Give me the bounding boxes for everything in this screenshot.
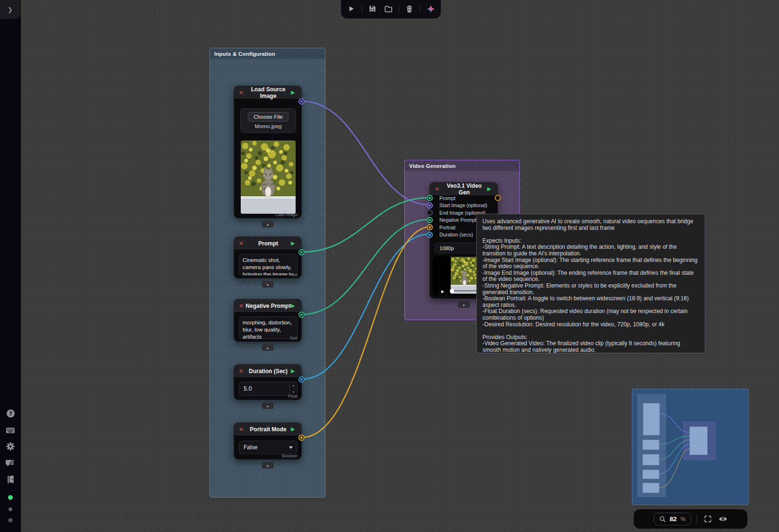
run-node-icon[interactable] <box>291 303 297 309</box>
negative-prompt-text-input[interactable]: morphing, distortion, blur, low quality,… <box>239 316 298 339</box>
keyboard-shortcuts-button[interactable] <box>6 426 15 435</box>
node-portrait-title: Portrait Mode <box>245 426 291 433</box>
minimap-content <box>632 389 748 505</box>
settings-button[interactable] <box>6 442 15 451</box>
output-port-float[interactable] <box>298 376 305 383</box>
tooltip-line: -Float Duration (secs): Requested video … <box>482 308 699 321</box>
node-output-type-label: Text <box>289 272 298 277</box>
input-port-start-image[interactable] <box>427 202 433 209</box>
node-duration[interactable]: Duration (Sec) ▲ ▼ Float <box>234 364 302 400</box>
open-folder-button[interactable] <box>383 4 394 14</box>
keyboard-icon <box>6 426 15 435</box>
close-icon[interactable] <box>239 240 245 247</box>
node-prompt[interactable]: Prompt Cinematic shot, camera pans slowl… <box>234 236 302 279</box>
close-icon[interactable] <box>239 368 245 375</box>
node-load-header: Load Source Image <box>234 86 301 99</box>
delete-button[interactable] <box>404 4 415 14</box>
stepper-up-icon[interactable]: ▲ <box>290 382 297 389</box>
fullscreen-icon <box>704 515 712 523</box>
exit-button[interactable] <box>6 474 15 484</box>
toolbar-divider <box>362 5 362 13</box>
video-play-icon[interactable] <box>441 289 444 294</box>
group-video-title: Video Generation <box>409 163 455 169</box>
run-workflow-button[interactable] <box>346 4 357 14</box>
tooltip-line: -String Negative Prompt: Elements or sty… <box>482 283 699 296</box>
collapse-node-button[interactable] <box>458 301 470 308</box>
source-image-thumbnail <box>241 140 296 214</box>
eye-icon <box>718 515 727 523</box>
duration-value-input[interactable] <box>239 382 289 395</box>
save-icon <box>368 5 376 13</box>
zoom-percent-sign: % <box>681 516 686 523</box>
output-port-image[interactable] <box>298 98 305 105</box>
tooltip-line: -String Prompt: A text description detai… <box>482 244 699 257</box>
resolution-select-value: 1080p <box>439 245 454 251</box>
group-inputs-title: Inputs & Configuration <box>214 51 275 57</box>
toolbar-divider <box>399 5 399 13</box>
portrait-select[interactable]: False <box>239 441 298 454</box>
status-dot-active <box>8 495 13 500</box>
zoom-value[interactable]: 82 <box>670 515 677 523</box>
ai-sparkle-icon <box>426 4 436 14</box>
node-portrait-mode[interactable]: Portrait Mode False Boolean <box>234 422 302 460</box>
output-port-video[interactable] <box>495 195 501 201</box>
fit-view-button[interactable] <box>703 515 712 524</box>
trash-icon <box>405 5 413 13</box>
node-negative-title: Negative Prompt <box>245 303 291 309</box>
input-port-duration[interactable] <box>427 232 433 238</box>
toggle-visibility-button[interactable] <box>718 515 727 524</box>
video-scrubber-knob[interactable] <box>450 289 454 293</box>
input-port-prompt[interactable] <box>427 195 433 201</box>
run-node-icon[interactable] <box>291 240 297 246</box>
input-label-duration: Duration (secs) <box>439 232 473 237</box>
close-icon[interactable] <box>239 426 245 433</box>
input-port-portrait[interactable] <box>427 224 433 230</box>
gear-icon <box>6 442 15 451</box>
sidebar-expand-button[interactable] <box>0 0 20 19</box>
node-output-type-label: Text <box>289 336 298 340</box>
tooltip-line: -Image End Image (optional): The ending … <box>482 270 699 283</box>
node-negative-prompt[interactable]: Negative Prompt morphing, distortion, bl… <box>234 299 302 342</box>
collapse-node-button[interactable] <box>262 402 274 409</box>
output-port-text[interactable] <box>298 249 305 255</box>
door-icon <box>6 475 15 484</box>
node-portrait-header: Portrait Mode <box>234 423 301 436</box>
output-port-boolean[interactable] <box>298 435 305 441</box>
run-node-icon[interactable] <box>291 368 297 374</box>
choose-file-button[interactable]: Choose File <box>248 112 288 122</box>
close-icon[interactable] <box>239 89 245 96</box>
top-toolbar <box>341 0 441 18</box>
node-veo-title: Veo3.1 Video Gen <box>441 183 487 196</box>
collapse-node-button[interactable] <box>262 281 274 288</box>
zoom-level-control[interactable]: 82 % <box>654 513 691 525</box>
prompt-text-input[interactable]: Cinematic shot, camera pans slowly, brin… <box>239 254 298 276</box>
collapse-node-button[interactable] <box>262 221 274 227</box>
tooltip-line: Uses advanced generative AI to create sm… <box>482 218 699 231</box>
collapse-node-button[interactable] <box>262 462 274 469</box>
node-load-title: Load Source Image <box>245 86 291 99</box>
save-button[interactable] <box>368 4 378 14</box>
collapse-node-button[interactable] <box>262 344 274 351</box>
close-icon[interactable] <box>435 186 441 192</box>
help-icon: ? <box>6 409 15 418</box>
run-node-icon[interactable] <box>291 89 297 96</box>
tooltip-line: -Desired Resolution: Desired resolution … <box>482 322 699 328</box>
group-inputs-header: Inputs & Configuration <box>210 48 325 59</box>
node-negative-header: Negative Prompt <box>234 299 301 313</box>
node-editor-canvas[interactable]: Inputs & Configuration Video Generation … <box>0 0 779 532</box>
node-load-source-image[interactable]: Load Source Image Choose File Momo.jpeg … <box>234 86 302 218</box>
portrait-select-value: False <box>244 444 257 451</box>
input-port-negative-prompt[interactable] <box>427 217 433 223</box>
node-prompt-title: Prompt <box>245 240 291 247</box>
help-button[interactable]: ? <box>6 409 15 418</box>
node-duration-title: Duration (Sec) <box>245 368 291 375</box>
run-node-icon[interactable] <box>291 426 297 432</box>
feedback-button[interactable] <box>6 458 15 467</box>
ai-assist-button[interactable] <box>426 4 436 14</box>
output-port-text[interactable] <box>298 312 305 318</box>
close-icon[interactable] <box>239 303 245 309</box>
group-video-header: Video Generation <box>405 160 519 171</box>
input-port-end-image[interactable] <box>427 209 433 216</box>
minimap[interactable] <box>632 389 749 505</box>
run-node-icon[interactable] <box>487 186 493 192</box>
